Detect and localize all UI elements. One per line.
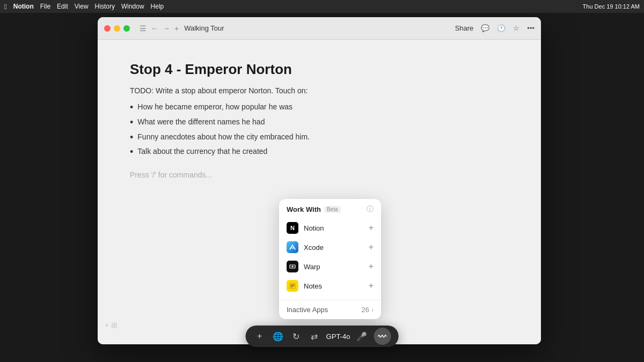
bullet-item-3: • Funny anecdotes about how the city emb… (130, 132, 509, 143)
bullet-text-1: How he became emperor, how popular he wa… (137, 102, 292, 111)
popup-info-icon[interactable]: ⓘ (367, 204, 374, 214)
menu-history[interactable]: History (95, 3, 115, 10)
apple-menu[interactable]:  (4, 3, 7, 11)
title-bar: ☰ ← → + Walking Tour Share 💬 🕐 ☆ ••• (98, 17, 541, 40)
app-name[interactable]: Notion (13, 3, 34, 10)
bullet-item-4: • Talk about the currency that he create… (130, 147, 509, 158)
popup-title-row: Work With Beta (287, 205, 341, 213)
toolbar-refresh-icon[interactable]: ↻ (290, 330, 303, 343)
app-row-warp[interactable]: Warp + (279, 257, 381, 276)
notes-app-icon (287, 280, 298, 292)
todo-text: TODO: Write a stop about emperor Norton.… (130, 86, 509, 95)
breadcrumb: Walking Tour (184, 24, 224, 32)
toolbar-globe-icon[interactable]: 🌐 (272, 330, 284, 343)
maximize-button[interactable] (123, 25, 130, 32)
sidebar-grid-icon[interactable]: ⊞ (111, 321, 118, 329)
popup-divider (279, 300, 381, 300)
slash-command-placeholder[interactable]: Press '/' for commands... (130, 171, 509, 179)
add-page-icon[interactable]: + (174, 24, 179, 33)
warp-add-icon[interactable]: + (369, 262, 374, 271)
left-sidebar-area: + ⊞ (98, 40, 125, 345)
notion-app-icon: N (287, 222, 298, 234)
inactive-label: Inactive Apps (287, 306, 328, 314)
menu-bar-right: Thu Dec 19 10:12 AM (583, 3, 640, 10)
bullet-text-4: Talk about the currency that he created (137, 147, 267, 156)
bottom-toolbar: + 🌐 ↻ ⇄ GPT-4o 🎤 (246, 326, 399, 347)
menu-view[interactable]: View (75, 3, 89, 10)
toolbar-model-label[interactable]: GPT-4o (326, 333, 350, 341)
popup-badge: Beta (324, 206, 341, 213)
title-bar-controls: ☰ ← → + (140, 24, 179, 33)
toolbar-wave-button[interactable] (374, 328, 391, 345)
xcode-add-icon[interactable]: + (369, 242, 374, 252)
close-button[interactable] (104, 25, 111, 32)
nav-forward-icon[interactable]: → (163, 24, 170, 33)
menu-edit[interactable]: Edit (57, 3, 68, 10)
sidebar-toggle-icon[interactable]: ☰ (140, 24, 147, 33)
bullet-dot-4: • (130, 147, 133, 158)
menu-window[interactable]: Window (121, 3, 144, 10)
page-title: Stop 4 - Emperor Norton (130, 61, 509, 78)
bullet-dot-3: • (130, 132, 133, 143)
menu-bar-left:  Notion File Edit View History Window H… (4, 3, 164, 11)
work-with-popup: Work With Beta ⓘ N Notion + Xcode + (279, 199, 381, 319)
menu-help[interactable]: Help (151, 3, 164, 10)
history-icon[interactable]: 🕐 (497, 24, 506, 32)
notes-add-icon[interactable]: + (369, 281, 374, 291)
menu-bar:  Notion File Edit View History Window H… (0, 0, 644, 13)
sidebar-add-row: + ⊞ (105, 321, 118, 329)
bullet-text-3: Funny anecdotes about how the city embra… (137, 132, 310, 141)
xcode-app-icon (287, 241, 298, 253)
notion-add-icon[interactable]: + (369, 223, 374, 233)
bullet-dot-2: • (130, 117, 133, 128)
inactive-chevron-icon: › (371, 306, 374, 314)
popup-apps: N Notion + Xcode + Warp + (279, 218, 381, 299)
notion-app-name: Notion (304, 224, 363, 232)
bullet-item-2: • What were the different names he had (130, 117, 509, 128)
popup-header: Work With Beta ⓘ (279, 199, 381, 218)
xcode-app-name: Xcode (304, 243, 363, 252)
comment-icon[interactable]: 💬 (481, 24, 489, 32)
share-button[interactable]: Share (455, 24, 474, 32)
toolbar-mic-icon[interactable]: 🎤 (355, 330, 368, 343)
favorite-icon[interactable]: ☆ (513, 24, 519, 32)
traffic-lights (104, 25, 130, 32)
menu-bar-time: Thu Dec 19 10:12 AM (583, 3, 640, 10)
nav-back-icon[interactable]: ← (151, 24, 158, 33)
breadcrumb-text[interactable]: Walking Tour (184, 24, 224, 32)
more-options-icon[interactable]: ••• (527, 24, 535, 32)
bullet-list: • How he became emperor, how popular he … (130, 102, 509, 158)
warp-app-name: Warp (304, 263, 363, 271)
app-row-notes[interactable]: Notes + (279, 276, 381, 295)
bullet-item-1: • How he became emperor, how popular he … (130, 102, 509, 113)
bullet-dot-1: • (130, 102, 133, 113)
toolbar-plus-icon[interactable]: + (253, 330, 266, 343)
bullet-text-2: What were the different names he had (137, 117, 265, 126)
toolbar-switch-icon[interactable]: ⇄ (308, 330, 321, 343)
menu-file[interactable]: File (40, 3, 50, 10)
notes-app-name: Notes (304, 282, 363, 290)
minimize-button[interactable] (114, 25, 120, 32)
warp-app-icon (287, 261, 298, 272)
popup-inactive-row[interactable]: Inactive Apps 26 › (279, 301, 381, 319)
title-bar-actions: Share 💬 🕐 ☆ ••• (455, 24, 535, 32)
inactive-num: 26 (362, 306, 369, 314)
app-row-notion[interactable]: N Notion + (279, 218, 381, 238)
app-row-xcode[interactable]: Xcode + (279, 238, 381, 257)
sidebar-plus-icon[interactable]: + (105, 321, 109, 329)
inactive-count: 26 › (362, 306, 374, 314)
popup-title: Work With (287, 205, 321, 213)
